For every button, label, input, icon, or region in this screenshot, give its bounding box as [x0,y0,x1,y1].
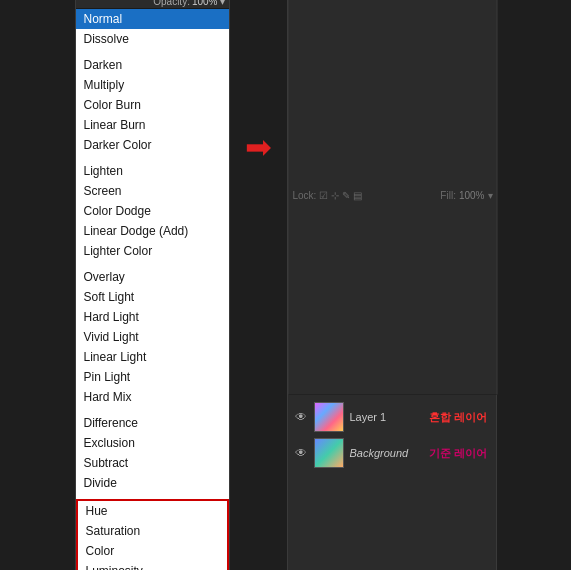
left-layers-panel: Layers « ✕ 🔍 Kind ▾ 🖼 ◑ T □ ⬡ ● Normal [75,0,230,570]
blend-mode-color-dodge[interactable]: Color Dodge [76,201,229,221]
lock-art-icon[interactable]: ✎ [342,190,350,201]
right-arrow-icon: ➡ [245,131,272,163]
layer-row-layer1[interactable]: 👁 Layer 1 혼합 레이어 [288,399,496,435]
color-blend-group: Hue Saturation Color Luminosity [76,499,229,570]
layer-row-background[interactable]: 👁 Background 기준 레이어 [288,435,496,471]
left-opacity-row: Opacity: 100% ▾ [76,0,229,9]
blend-mode-hard-mix[interactable]: Hard Mix [76,387,229,407]
blend-mode-difference[interactable]: Difference [76,413,229,433]
right-lock-row: Lock: ☑ ⊹ ✎ ▤ Fill: 100% ▾ [288,0,498,395]
arrow-container: ➡ [240,131,277,163]
background-info: Background 기준 레이어 [350,446,490,461]
blend-mode-linear-burn[interactable]: Linear Burn [76,115,229,135]
layer1-name: Layer 1 [350,411,387,423]
blend-mode-color[interactable]: Color [78,541,227,561]
blend-mode-lighter-color[interactable]: Lighter Color [76,241,229,261]
blend-mode-dropdown-list[interactable]: Normal Dissolve Darken Multiply Color Bu… [76,9,229,570]
blend-mode-subtract[interactable]: Subtract [76,453,229,473]
blend-mode-multiply[interactable]: Multiply [76,75,229,95]
blend-mode-linear-dodge[interactable]: Linear Dodge (Add) [76,221,229,241]
blend-mode-linear-light[interactable]: Linear Light [76,347,229,367]
blend-mode-color-burn[interactable]: Color Burn [76,95,229,115]
lock-check-icon[interactable]: ☑ [319,190,328,201]
blend-mode-screen[interactable]: Screen [76,181,229,201]
blend-mode-exclusion[interactable]: Exclusion [76,433,229,453]
opacity-chevron: ▾ [220,0,225,7]
blend-mode-pin-light[interactable]: Pin Light [76,367,229,387]
background-tag: 기준 레이어 [427,446,489,461]
fill-value: 100% [459,190,485,201]
blend-mode-overlay[interactable]: Overlay [76,267,229,287]
blend-mode-normal[interactable]: Normal [76,9,229,29]
blend-mode-darker-color[interactable]: Darker Color [76,135,229,155]
blend-mode-hue[interactable]: Hue [78,501,227,521]
blend-mode-dissolve[interactable]: Dissolve [76,29,229,49]
lock-move-icon[interactable]: ⊹ [331,190,339,201]
layers-spacer [288,475,496,570]
layers-list: 👁 Layer 1 혼합 레이어 👁 Background 기준 레이어 [288,395,496,475]
fill-chevron: ▾ [488,190,493,201]
blend-mode-lighten[interactable]: Lighten [76,161,229,181]
blend-mode-vivid-light[interactable]: Vivid Light [76,327,229,347]
blend-mode-saturation[interactable]: Saturation [78,521,227,541]
fill-label: Fill: [440,190,456,201]
blend-mode-soft-light[interactable]: Soft Light [76,287,229,307]
layer1-thumbnail [314,402,344,432]
lock-pixel-icon[interactable]: ▤ [353,190,362,201]
layer1-tag: 혼합 레이어 [427,410,489,425]
blend-mode-divide[interactable]: Divide [76,473,229,493]
background-thumbnail [314,438,344,468]
blend-mode-luminosity[interactable]: Luminosity [78,561,227,570]
blend-mode-darken[interactable]: Darken [76,55,229,75]
layer1-visibility-icon[interactable]: 👁 [294,410,308,424]
lock-label: Lock: [293,190,317,201]
background-name: Background [350,447,409,459]
right-layers-panel: Layers « ✕ 🔍 Kind ▾ 🖼 ◑ T □ ⬡ ● Normal [287,0,497,570]
blend-mode-hard-light[interactable]: Hard Light [76,307,229,327]
layer1-info: Layer 1 혼합 레이어 [350,410,490,425]
background-visibility-icon[interactable]: 👁 [294,446,308,460]
